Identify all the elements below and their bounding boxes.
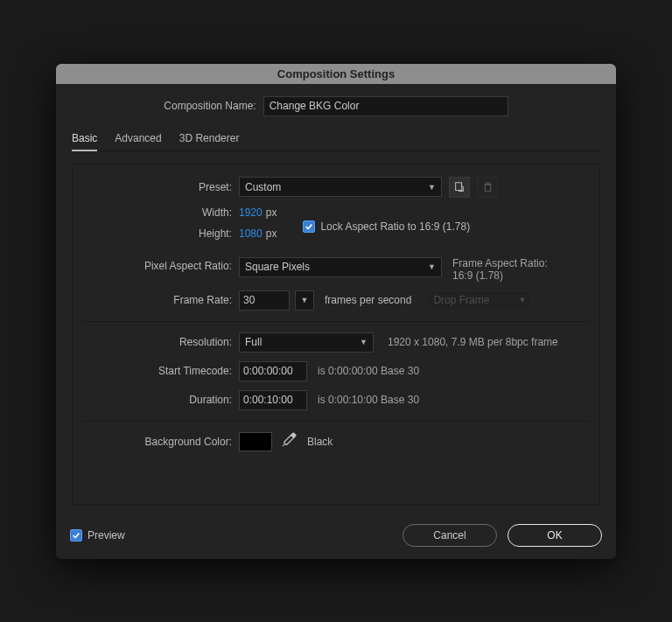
frame-aspect-value: 16:9 (1.78)	[452, 269, 548, 282]
preview-label: Preview	[88, 529, 125, 542]
bgcolor-label: Background Color:	[81, 436, 239, 448]
comp-name-input[interactable]	[263, 96, 508, 116]
chevron-down-icon: ▼	[301, 296, 309, 304]
chevron-down-icon: ▼	[360, 338, 368, 346]
tab-advanced[interactable]: Advanced	[115, 129, 161, 150]
bgcolor-swatch[interactable]	[239, 432, 272, 451]
tab-basic[interactable]: Basic	[72, 129, 97, 151]
resolution-info: 1920 x 1080, 7.9 MB per 8bpc frame	[388, 336, 558, 348]
preview-checkbox[interactable]: Preview	[70, 529, 125, 542]
framerate-dropdown-button[interactable]: ▼	[295, 290, 314, 311]
dialog-title: Composition Settings	[277, 67, 395, 80]
start-timecode-label: Start Timecode:	[81, 365, 239, 377]
frame-aspect-label: Frame Aspect Ratio:	[452, 257, 548, 269]
duration-info: is 0:00:10:00 Base 30	[318, 394, 419, 406]
comp-name-label: Composition Name:	[164, 100, 256, 112]
tab-3d-renderer[interactable]: 3D Renderer	[179, 129, 240, 150]
par-value: Square Pixels	[245, 261, 310, 273]
par-label: Pixel Aspect Ratio:	[81, 257, 239, 272]
svg-rect-1	[485, 185, 491, 191]
divider	[81, 421, 591, 422]
checkbox-checked-icon	[303, 220, 315, 233]
resolution-select[interactable]: Full ▼	[239, 332, 374, 353]
chevron-down-icon: ▼	[518, 296, 526, 304]
drop-frame-select: Drop Frame ▼	[427, 290, 532, 311]
chevron-down-icon: ▼	[428, 262, 436, 271]
chevron-down-icon: ▼	[428, 183, 436, 192]
height-label: Height:	[81, 227, 239, 240]
tabs: Basic Advanced 3D Renderer	[72, 129, 600, 151]
height-unit: px	[266, 227, 277, 240]
cancel-button[interactable]: Cancel	[402, 524, 497, 547]
pixel-aspect-select[interactable]: Square Pixels ▼	[239, 257, 442, 277]
height-value[interactable]: 1080	[239, 227, 262, 240]
resolution-value: Full	[245, 336, 262, 348]
width-label: Width:	[81, 206, 239, 219]
dialog-titlebar: Composition Settings	[56, 64, 616, 84]
framerate-input[interactable]	[239, 290, 290, 311]
preset-value: Custom	[245, 181, 281, 193]
save-preset-button[interactable]	[449, 177, 470, 198]
divider	[81, 321, 591, 322]
preset-select[interactable]: Custom ▼	[239, 177, 442, 197]
svg-rect-4	[290, 432, 297, 438]
composition-settings-dialog: Composition Settings Composition Name: B…	[56, 64, 616, 559]
lock-aspect-label: Lock Aspect Ratio to 16:9 (1.78)	[320, 220, 470, 233]
framerate-label: Frame Rate:	[81, 294, 239, 306]
width-value[interactable]: 1920	[239, 206, 262, 219]
ok-button[interactable]: OK	[508, 524, 602, 547]
drop-frame-value: Drop Frame	[433, 294, 489, 306]
preset-label: Preset:	[81, 181, 239, 193]
start-timecode-info: is 0:00:00:00 Base 30	[318, 365, 419, 377]
dialog-footer: Preview Cancel OK	[56, 515, 616, 559]
duration-input[interactable]	[239, 390, 307, 410]
checkbox-checked-icon	[70, 529, 82, 542]
resolution-label: Resolution:	[81, 336, 239, 348]
framerate-unit: frames per second	[325, 294, 411, 306]
width-unit: px	[266, 206, 277, 219]
bgcolor-name: Black	[307, 436, 332, 448]
start-timecode-input[interactable]	[239, 361, 307, 381]
lock-aspect-checkbox[interactable]: Lock Aspect Ratio to 16:9 (1.78)	[303, 220, 470, 233]
delete-preset-button	[477, 177, 498, 198]
svg-rect-0	[456, 182, 462, 190]
eyedropper-icon[interactable]	[281, 432, 297, 451]
duration-label: Duration:	[81, 394, 239, 406]
basic-panel: Preset: Custom ▼	[72, 164, 600, 505]
